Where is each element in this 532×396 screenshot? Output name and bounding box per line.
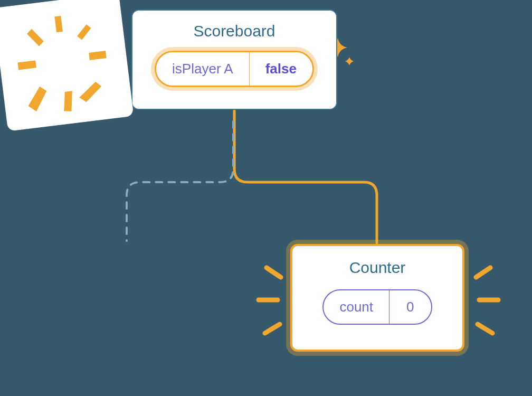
counter-component-card: Counter count 0 [290,244,464,352]
svg-marker-6 [54,15,63,32]
svg-marker-7 [76,24,92,40]
connector-removed [127,121,233,241]
svg-line-3 [476,268,490,277]
scoreboard-prop-pill: isPlayer A false [155,51,314,87]
svg-marker-13 [26,27,44,47]
counter-state-pill: count 0 [322,289,432,325]
counter-title: Counter [292,259,462,277]
prop-name: isPlayer A [156,52,250,86]
svg-marker-10 [62,91,74,112]
svg-marker-8 [89,51,106,60]
destroyed-component-card [0,0,134,131]
prop-value: false [250,52,312,86]
svg-line-5 [478,324,492,333]
svg-marker-9 [78,81,103,102]
connector-active [234,111,377,243]
svg-line-0 [267,268,281,277]
poof-burst-icon [5,3,122,121]
svg-line-2 [265,324,280,333]
svg-marker-12 [17,60,36,70]
scoreboard-title: Scoreboard [132,22,336,40]
state-name: count [324,290,390,324]
scoreboard-component-card: Scoreboard isPlayer A false [131,10,337,110]
state-value: 0 [390,290,431,324]
svg-marker-11 [26,86,49,112]
